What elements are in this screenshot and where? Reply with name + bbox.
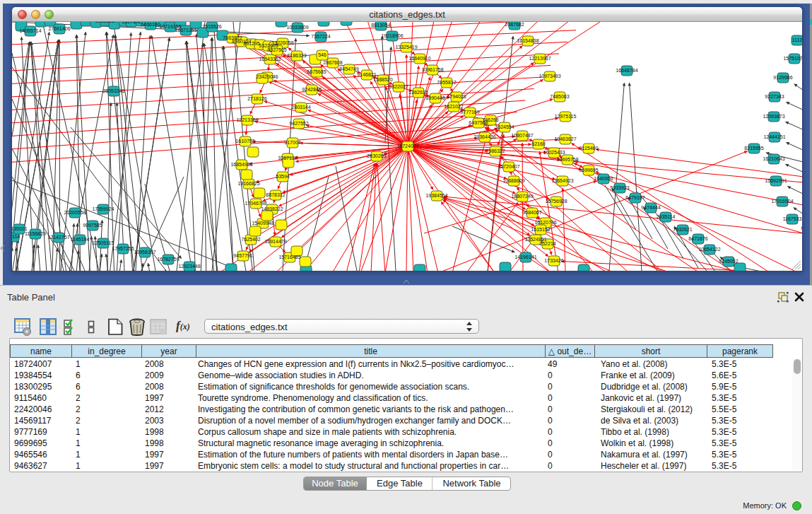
svg-text:15409948: 15409948: [252, 221, 273, 226]
svg-text:7986322: 7986322: [486, 148, 505, 153]
svg-text:17016504: 17016504: [771, 199, 793, 204]
svg-text:9427552: 9427552: [289, 121, 308, 126]
svg-text:10807487: 10807487: [511, 133, 533, 138]
svg-text:1167533: 1167533: [783, 216, 802, 221]
svg-text:16671355: 16671355: [175, 28, 196, 33]
svg-text:8215955: 8215955: [744, 146, 763, 151]
svg-text:7632621: 7632621: [673, 227, 692, 232]
svg-text:14938222: 14938222: [261, 206, 283, 211]
svg-text:10688609: 10688609: [502, 178, 524, 183]
svg-text:8813054: 8813054: [371, 23, 390, 28]
svg-text:9699695: 9699695: [579, 168, 598, 173]
svg-text:9474444: 9474444: [641, 205, 660, 210]
svg-text:10033809: 10033809: [286, 25, 308, 30]
svg-text:14196141: 14196141: [514, 255, 536, 259]
svg-text:6466160: 6466160: [141, 22, 160, 27]
svg-text:19384554: 19384554: [425, 193, 447, 198]
svg-text:9146821: 9146821: [357, 72, 376, 77]
svg-text:10654122: 10654122: [698, 247, 720, 252]
svg-text:15692991: 15692991: [765, 178, 787, 183]
svg-text:1610755: 1610755: [235, 139, 254, 144]
svg-text:1621022: 1621022: [444, 104, 463, 109]
svg-text:9245052: 9245052: [719, 259, 738, 264]
svg-text:1733426: 1733426: [544, 258, 563, 263]
svg-text:15751074: 15751074: [783, 56, 802, 61]
svg-text:10025433: 10025433: [543, 150, 565, 155]
svg-text:2935114: 2935114: [657, 214, 676, 219]
svg-text:9777169: 9777169: [460, 110, 479, 115]
svg-text:18724007: 18724007: [396, 144, 418, 148]
svg-text:135001: 135001: [12, 226, 28, 231]
svg-text:5933923: 5933923: [610, 185, 629, 190]
svg-text:27691406: 27691406: [48, 26, 70, 31]
svg-text:13654923: 13654923: [551, 178, 573, 183]
svg-text:12213369: 12213369: [236, 117, 258, 122]
svg-text:20200558: 20200558: [64, 210, 86, 215]
svg-text:16543362: 16543362: [259, 57, 281, 62]
svg-text:8186323: 8186323: [287, 53, 306, 58]
svg-text:1588520: 1588520: [373, 77, 392, 82]
svg-text:12923448: 12923448: [178, 264, 200, 269]
svg-text:3624554: 3624554: [495, 124, 514, 129]
svg-text:9084067: 9084067: [522, 210, 541, 215]
svg-text:9242848: 9242848: [302, 87, 321, 92]
svg-text:9097585: 9097585: [83, 223, 102, 228]
svg-text:9115460: 9115460: [579, 146, 599, 151]
svg-text:10958107: 10958107: [134, 250, 155, 255]
svg-text:12975115: 12975115: [555, 114, 577, 119]
svg-text:16914479: 16914479: [264, 239, 286, 244]
svg-text:19463627: 19463627: [554, 136, 576, 141]
svg-text:6794028: 6794028: [447, 94, 466, 99]
svg-text:16648784: 16648784: [616, 68, 637, 73]
svg-text:12505115: 12505115: [93, 240, 114, 245]
svg-text:7955812: 7955812: [437, 80, 456, 85]
svg-text:9227343: 9227343: [765, 94, 784, 99]
svg-text:1527602: 1527602: [122, 22, 141, 24]
svg-text:13226058: 13226058: [271, 40, 293, 45]
svg-text:12142757: 12142757: [47, 235, 69, 240]
svg-text:5322037: 5322037: [389, 84, 408, 89]
svg-text:1362615: 1362615: [408, 90, 428, 95]
svg-text:28053346: 28053346: [102, 88, 124, 93]
svg-text:891295: 891295: [243, 41, 259, 46]
svg-text:1640956: 1640956: [594, 176, 613, 181]
svg-text:7485063: 7485063: [550, 94, 569, 99]
svg-text:10973493: 10973493: [539, 74, 560, 78]
svg-text:15720407: 15720407: [498, 164, 519, 169]
svg-text:18807249: 18807249: [511, 194, 533, 199]
svg-text:8471676: 8471676: [688, 236, 707, 241]
svg-text:13325419: 13325419: [395, 45, 417, 49]
svg-text:2830203: 2830203: [367, 153, 386, 158]
svg-text:9129966: 9129966: [773, 75, 792, 80]
svg-text:9457791: 9457791: [233, 253, 252, 258]
svg-text:16154838: 16154838: [517, 38, 539, 43]
svg-text:2867608: 2867608: [323, 60, 342, 65]
svg-text:16854988: 16854988: [230, 162, 252, 167]
svg-text:917004: 917004: [284, 140, 300, 145]
svg-text:2718126: 2718126: [247, 96, 266, 101]
svg-text:19218906: 19218906: [381, 33, 403, 38]
svg-text:17046798: 17046798: [245, 201, 266, 206]
svg-text:16782759: 16782759: [157, 257, 179, 262]
svg-text:7357224: 7357224: [311, 34, 330, 39]
svg-text:1112: 1112: [792, 37, 802, 42]
svg-text:12444151: 12444151: [763, 134, 785, 139]
svg-text:12093873: 12093873: [763, 114, 784, 119]
svg-text:6479197: 6479197: [625, 195, 645, 200]
svg-text:12213967: 12213967: [529, 56, 551, 61]
svg-text:13495758: 13495758: [556, 157, 578, 162]
svg-text:8454749: 8454749: [339, 66, 358, 71]
svg-text:546: 546: [318, 52, 326, 57]
svg-text:5675685: 5675685: [307, 69, 326, 74]
svg-text:252214: 252214: [539, 241, 555, 246]
svg-text:17957255: 17957255: [112, 246, 134, 251]
svg-text:16120746: 16120746: [534, 220, 556, 225]
svg-text:16640910: 16640910: [408, 56, 430, 61]
svg-text:7515526: 7515526: [202, 24, 221, 29]
svg-text:16756928: 16756928: [545, 199, 567, 204]
svg-text:11156829: 11156829: [25, 231, 46, 236]
svg-text:53594: 53594: [276, 174, 290, 179]
svg-text:746266: 746266: [482, 117, 498, 122]
svg-text:21364436: 21364436: [473, 134, 495, 139]
svg-text:10653287: 10653287: [95, 22, 117, 23]
